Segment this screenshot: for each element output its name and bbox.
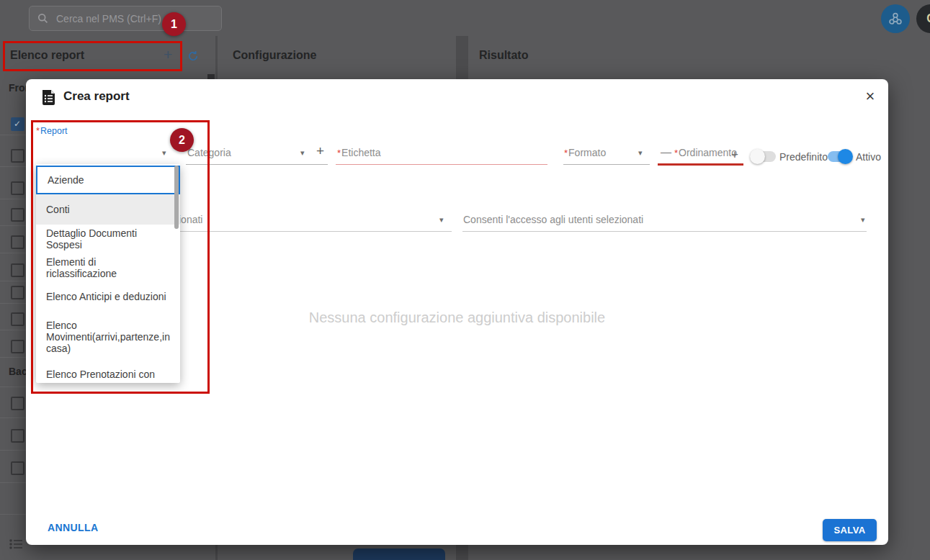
- bg-group-back: Bac: [9, 366, 27, 377]
- global-search[interactable]: [29, 6, 222, 31]
- row-checkbox[interactable]: [11, 263, 24, 277]
- attivo-toggle-thumb[interactable]: [838, 149, 853, 164]
- annotation-rect-2: [31, 120, 210, 394]
- configuration-title: Configurazione: [233, 49, 316, 62]
- required-mark: *: [337, 148, 341, 158]
- chevron-down-icon[interactable]: ▾: [638, 148, 643, 158]
- predefinito-toggle-thumb[interactable]: [750, 149, 765, 164]
- required-mark: *: [674, 148, 678, 158]
- etichetta-label: Etichetta: [341, 147, 380, 158]
- search-icon: [37, 12, 49, 24]
- close-icon[interactable]: ×: [860, 86, 880, 107]
- result-title: Risultato: [479, 49, 528, 62]
- ordinamento-field[interactable]: *Ordinamento: [674, 147, 737, 158]
- etichetta-field[interactable]: *Etichetta: [337, 147, 381, 158]
- save-button[interactable]: SALVA: [823, 519, 877, 541]
- ordinamento-minus-button[interactable]: —: [661, 145, 671, 158]
- annotation-badge-2: 2: [170, 128, 194, 152]
- webhook-icon: [887, 11, 903, 27]
- row-checkbox[interactable]: [11, 181, 24, 195]
- row-checkbox[interactable]: [11, 397, 24, 410]
- row-checkbox[interactable]: [11, 208, 24, 222]
- bg-action-button[interactable]: [353, 548, 445, 560]
- required-mark: *: [564, 148, 568, 158]
- row-checkbox-checked[interactable]: [11, 117, 24, 131]
- utenti-placeholder: Consenti l'accesso agli utenti seleziona…: [463, 214, 643, 225]
- attivo-label: Attivo: [856, 151, 881, 163]
- row-checkbox[interactable]: [11, 235, 24, 249]
- annotation-rect-1: [3, 41, 182, 71]
- predefinito-label: Predefinito: [779, 151, 828, 163]
- integrations-button[interactable]: [881, 4, 910, 33]
- row-checkbox[interactable]: [11, 312, 24, 326]
- formato-select[interactable]: *Formato: [564, 147, 606, 158]
- chevron-down-icon[interactable]: ▾: [861, 215, 865, 225]
- user-avatar[interactable]: C: [916, 4, 930, 33]
- add-categoria-button[interactable]: +: [316, 143, 324, 159]
- cancel-button[interactable]: ANNULLA: [48, 522, 98, 533]
- formato-label: Formato: [568, 147, 606, 158]
- dialog-title: Crea report: [63, 89, 130, 104]
- row-checkbox[interactable]: [11, 286, 24, 299]
- annotation-badge-1: 1: [162, 12, 186, 36]
- app-topbar: C: [0, 0, 930, 36]
- chevron-down-icon[interactable]: ▾: [439, 215, 444, 225]
- row-checkbox[interactable]: [11, 461, 24, 475]
- utenti-select[interactable]: Consenti l'accesso agli utenti seleziona…: [463, 214, 643, 225]
- row-checkbox[interactable]: [11, 429, 24, 443]
- row-checkbox[interactable]: [11, 149, 24, 163]
- avatar-initial: C: [926, 12, 930, 25]
- refresh-icon[interactable]: [187, 50, 200, 63]
- ordinamento-plus-button[interactable]: +: [731, 148, 738, 162]
- row-checkbox[interactable]: [11, 340, 24, 353]
- report-doc-icon: [41, 89, 56, 105]
- ordinamento-label: Ordinamento: [679, 147, 737, 158]
- chevron-down-icon[interactable]: ▾: [300, 148, 305, 158]
- list-view-icon[interactable]: [9, 538, 24, 550]
